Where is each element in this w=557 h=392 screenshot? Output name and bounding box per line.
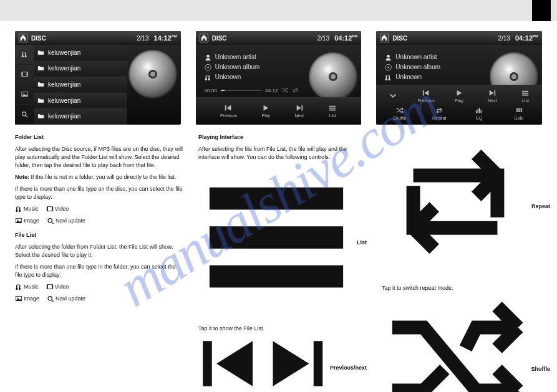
disc-header: DISC 2/13 04:12PM [376,31,542,45]
screenshots-row: DISC 2/13 14:12PM keluwenjian keluwenjia… [0,21,557,127]
source-title: DISC [212,35,227,42]
disc-art [309,52,357,101]
list-item[interactable]: keluwenjian [34,77,127,93]
sidebar-video-icon[interactable] [15,65,34,85]
body-text: If there is more than one file type on t… [15,185,183,201]
folder-list-heading: Folder List [15,133,183,141]
track-label: Unknown [215,72,241,82]
prevnext-control-desc: Previous/next [198,337,367,392]
track-counter: 2/13 [317,35,329,42]
clock: 04:12PM [334,34,357,42]
now-playing-meta: Unknown artist Unknown album Unknown [385,52,440,82]
source-title: DISC [31,35,46,42]
player-controls: Previous Play Next List [196,97,362,125]
body-text: After selecting the file from File List,… [198,145,367,161]
col1: Folder List After selecting the Disc sou… [15,133,183,392]
track-counter: 2/13 [137,35,148,42]
previous-button[interactable]: Previous [220,105,237,118]
sidebar-music-icon[interactable] [15,45,34,65]
shuffle-icon [382,296,529,392]
now-playing-meta: Unknown artist Unknown album Unknown [205,52,260,82]
playing-interface-heading: Playing Interface [198,133,367,141]
image-icon [15,295,22,302]
list-item[interactable]: keluwenjian [34,61,127,77]
video-icon [46,206,54,213]
col2: Playing Interface After selecting the fi… [198,133,367,392]
sidebar-image-icon[interactable] [15,85,34,105]
next-button[interactable]: Next [476,90,509,103]
playing-interface-screen: DISC 2/13 04:12PM Unknown artist Unknown… [196,31,362,125]
list-control-desc: List [198,165,367,321]
shuffle-control-desc: Shuffle [382,296,550,392]
play-button[interactable]: Play [443,90,476,103]
file-type-sidebar [15,45,34,125]
list-item[interactable]: keluwenjian [34,108,127,125]
previous-button[interactable]: Previous [409,90,442,103]
list-button[interactable]: List [328,105,337,118]
player-submenu-controls: Previous Play Next List Shuffle Repeat E… [376,85,542,125]
repeat-control-desc: Repeat [382,133,550,280]
search-icon [47,295,54,302]
album-label: Unknown album [215,62,260,72]
search-icon [47,218,54,224]
clock: 04:12PM [515,34,538,42]
next-icon [264,337,327,392]
music-icon [15,206,22,213]
folder-list: keluwenjian keluwenjian keluwenjian kelu… [34,45,127,125]
goto-button[interactable]: Goto [502,107,535,120]
source-title: DISC [392,35,407,42]
header-bar [0,0,557,21]
folder-list-screen: DISC 2/13 14:12PM keluwenjian keluwenjia… [15,31,181,125]
file-list-heading: File List [15,231,183,239]
clock: 14:12PM [154,34,177,42]
track-counter: 2/13 [498,35,510,42]
disc-art [128,50,177,98]
note-text: Note: If the file is not in a folder, yo… [15,173,183,181]
artist-label: Unknown artist [215,52,256,62]
playing-submenu-screen: DISC 2/13 04:12PM Unknown artist Unknown… [376,31,542,125]
sidebar-search-icon[interactable] [15,105,34,125]
shuffle-button[interactable]: Shuffle [383,107,416,120]
body-text: After selecting the folder from Folder L… [15,243,183,259]
album-label: Unknown album [395,62,440,72]
icon-legend: Image Navi update [15,217,183,225]
list-item[interactable]: keluwenjian [34,45,127,61]
repeat-icon [382,133,529,280]
image-icon [15,218,22,224]
prev-icon [198,337,261,392]
list-item[interactable]: keluwenjian [34,93,127,109]
home-icon[interactable] [19,34,27,42]
body-text: After selecting the Disc source, if MP3 … [15,145,183,170]
icon-legend: Image Navi update [15,295,183,303]
next-button[interactable]: Next [295,105,304,118]
video-icon [46,284,54,290]
artist-label: Unknown artist [395,52,437,62]
icon-legend: Music Video [15,205,183,213]
icon-legend: Music Video [15,283,183,291]
play-button[interactable]: Play [261,105,270,118]
body-text: Tap it to switch repeat mode. [382,284,550,292]
music-icon [15,284,22,290]
col3: Repeat Tap it to switch repeat mode. Shu… [382,133,550,392]
repeat-icon [292,87,299,94]
list-button[interactable]: List [509,90,542,103]
disc-header: DISC 2/13 04:12PM [196,31,362,45]
shuffle-icon [281,87,288,94]
repeat-button[interactable]: Repeat [423,107,456,120]
track-label: Unknown [395,72,422,82]
manual-text-columns: Folder List After selecting the Disc sou… [0,127,557,392]
body-text: If there is more than one file type in t… [15,263,183,279]
progress-bar[interactable]: 00:00 04:12 [205,87,299,93]
home-icon[interactable] [380,34,389,42]
disc-header: DISC 2/13 14:12PM [15,31,181,45]
eq-button[interactable]: EQ [462,107,495,120]
home-icon[interactable] [200,34,208,42]
body-text: Tap it to show the File List. [198,325,367,333]
list-icon [198,165,354,321]
collapse-button[interactable] [376,92,409,101]
